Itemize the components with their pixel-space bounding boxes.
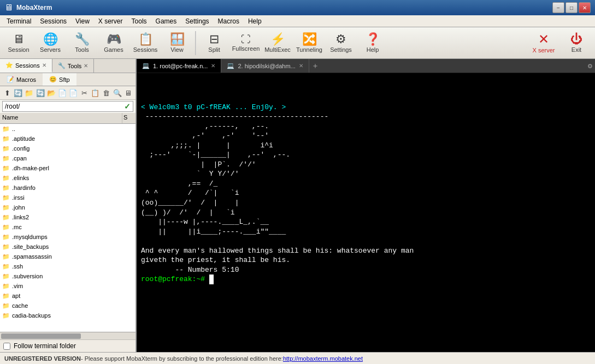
file-item-dh-make-perl[interactable]: 📁 .dh-make-perl: [0, 163, 136, 173]
menu-tools[interactable]: Tools: [127, 15, 151, 27]
folder-icon: 📁: [2, 155, 10, 162]
folder-icon: 📁: [2, 184, 10, 192]
toolbar-multiexec[interactable]: ⚡ MultiExec: [262, 29, 293, 57]
subtab-sftp[interactable]: 😊 Sftp: [43, 73, 76, 86]
file-item-spamassassin[interactable]: 📁 .spamassassin: [0, 252, 136, 261]
help-icon: ❓: [366, 33, 380, 45]
menu-view[interactable]: View: [71, 15, 94, 27]
toolbar-exit[interactable]: ⏻ Exit: [561, 29, 592, 57]
file-upload-btn[interactable]: ⬆: [2, 87, 12, 98]
menu-settings[interactable]: Settings: [181, 15, 213, 27]
h-scroll-thumb[interactable]: [1, 333, 81, 339]
maximize-button[interactable]: □: [565, 2, 578, 13]
toolbar-session[interactable]: 🖥 Session: [3, 29, 34, 57]
tunneling-icon: 🔀: [302, 33, 317, 45]
toolbar-tools[interactable]: 🔧 Tools: [67, 29, 97, 57]
menu-sessions[interactable]: Sessions: [36, 15, 71, 27]
terminal-settings-icon[interactable]: ⚙: [587, 63, 593, 69]
file-item-cpan[interactable]: 📁 .cpan: [0, 153, 136, 163]
col-name-header: Name: [0, 113, 122, 123]
multiexec-icon: ⚡: [270, 33, 285, 45]
close-button[interactable]: ✕: [579, 2, 591, 13]
toolbar: 🖥 Session 🌐 Servers 🔧 Tools 🎮 Games 📋 Se…: [0, 27, 595, 59]
terminal-content[interactable]: < Welc0m3 t0 pC-fREAK ... Enj0y. > -----…: [137, 73, 595, 352]
sessions-tab-icon: ⭐: [5, 62, 13, 69]
path-ok-btn[interactable]: ✓: [124, 102, 131, 111]
subtab-macros[interactable]: 📝 Macros: [0, 73, 43, 86]
tab2-close[interactable]: ✕: [299, 63, 303, 69]
file-item-irssi[interactable]: 📁 .irssi: [0, 193, 136, 202]
file-item-subversion[interactable]: 📁 .subversion: [0, 271, 136, 281]
mobatek-link[interactable]: http://mobaxterm.mobatek.net: [283, 355, 363, 362]
menubar: Terminal Sessions View X server Tools Ga…: [0, 15, 595, 27]
file-open-btn[interactable]: 📂: [46, 87, 56, 98]
follow-terminal-checkbox[interactable]: [3, 343, 10, 350]
file-cut-btn[interactable]: ✂: [79, 87, 89, 98]
menu-terminal[interactable]: Terminal: [2, 15, 36, 27]
file-item-apt[interactable]: 📁 apt: [0, 291, 136, 301]
file-item-ssh[interactable]: 📁 .ssh: [0, 261, 136, 271]
file-item-dotdot[interactable]: 📁 ..: [0, 124, 136, 134]
terminal-tab-1[interactable]: 💻 1. root@pc-freak.n... ✕: [137, 59, 221, 73]
file-item-links2[interactable]: 📁 .links2: [0, 212, 136, 222]
horizontal-scrollbar[interactable]: [0, 332, 136, 339]
tab1-close[interactable]: ✕: [211, 63, 215, 69]
file-item-john[interactable]: 📁 .john: [0, 202, 136, 212]
file-newfolder-btn[interactable]: 📁: [24, 87, 34, 98]
file-item-cadia-backups[interactable]: 📁 cadia-backups: [0, 311, 136, 320]
col-size-header: S: [122, 113, 136, 123]
file-item-vim[interactable]: 📁 .vim: [0, 281, 136, 291]
file-item-elinks[interactable]: 📁 .elinks: [0, 173, 136, 183]
file-item-hardinfo[interactable]: 📁 .hardinfo: [0, 183, 136, 193]
title-text: MobaXterm: [16, 4, 52, 11]
folder-icon: 📁: [2, 293, 10, 300]
file-terminal-btn[interactable]: 🖥: [123, 87, 133, 98]
file-refresh-btn[interactable]: 🔄: [13, 87, 23, 98]
tab-sessions[interactable]: ⭐ Sessions ✕: [0, 59, 52, 73]
toolbar-games[interactable]: 🎮 Games: [98, 29, 129, 57]
menu-macros[interactable]: Macros: [214, 15, 244, 27]
new-tab-button[interactable]: ＋: [309, 60, 321, 72]
file-search-btn[interactable]: 🔍: [113, 87, 122, 98]
folder-icon: 📁: [2, 214, 10, 221]
file-item-mysqldumps[interactable]: 📁 .mysqldumps: [0, 232, 136, 242]
tools-tab-icon: 🔧: [58, 62, 66, 69]
file-item-site_backups[interactable]: 📁 .site_backups: [0, 242, 136, 252]
file-item-aptitude[interactable]: 📁 .aptitude: [0, 134, 136, 144]
file-item-cache[interactable]: 📁 cache: [0, 301, 136, 311]
tools-tab-close[interactable]: ✕: [84, 63, 88, 69]
terminal-tab-2[interactable]: 💻 2. hipodilski@dahm... ✕: [221, 59, 309, 73]
statusbar: UNREGISTERED VERSION - Please support Mo…: [0, 352, 595, 364]
menu-help[interactable]: Help: [244, 15, 266, 27]
toolbar-help[interactable]: ❓ Help: [357, 29, 388, 57]
file-list[interactable]: 📁 .. 📁 .aptitude 📁 .config 📁 .cpan 📁 .dh…: [0, 124, 136, 332]
file-paste-btn[interactable]: 📋: [90, 87, 100, 98]
toolbar-xserver[interactable]: ✕ X server: [528, 29, 559, 57]
file-item-mc[interactable]: 📁 .mc: [0, 222, 136, 232]
toolbar-sessions[interactable]: 📋 Sessions: [130, 29, 161, 57]
menu-xserver[interactable]: X server: [94, 15, 127, 27]
path-bar: /root/ ✓: [2, 101, 133, 112]
file-newfile-btn[interactable]: 📄: [57, 87, 67, 98]
file-sync-btn[interactable]: 🔄: [36, 87, 45, 98]
file-delete-btn[interactable]: 🗑: [102, 87, 111, 98]
folder-icon: 📁: [2, 273, 10, 280]
file-item-config[interactable]: 📁 .config: [0, 144, 136, 153]
folder-icon: 📁: [2, 165, 10, 172]
tab-tools[interactable]: 🔧 Tools ✕: [52, 59, 95, 73]
toolbar-tunneling[interactable]: 🔀 Tunneling: [294, 29, 325, 57]
file-copy-btn[interactable]: 📄: [68, 87, 78, 98]
follow-terminal-label[interactable]: Follow terminal folder: [14, 342, 76, 350]
right-panel: 💻 1. root@pc-freak.n... ✕ 💻 2. hipodilsk…: [137, 59, 595, 352]
fullscreen-icon: ⛶: [241, 34, 251, 44]
file-column-header: Name S: [0, 113, 136, 124]
menu-games[interactable]: Games: [151, 15, 181, 27]
minimize-button[interactable]: −: [552, 2, 564, 13]
sessions-tab-close[interactable]: ✕: [42, 62, 46, 68]
toolbar-fullscreen[interactable]: ⛶ Fullscreen: [231, 29, 261, 57]
toolbar-view[interactable]: 🪟 View: [162, 29, 192, 57]
toolbar-settings[interactable]: ⚙ Settings: [326, 29, 356, 57]
folder-icon: 📁: [2, 243, 10, 250]
toolbar-split[interactable]: ⊟ Split: [199, 29, 229, 57]
toolbar-servers[interactable]: 🌐 Servers: [35, 29, 66, 57]
